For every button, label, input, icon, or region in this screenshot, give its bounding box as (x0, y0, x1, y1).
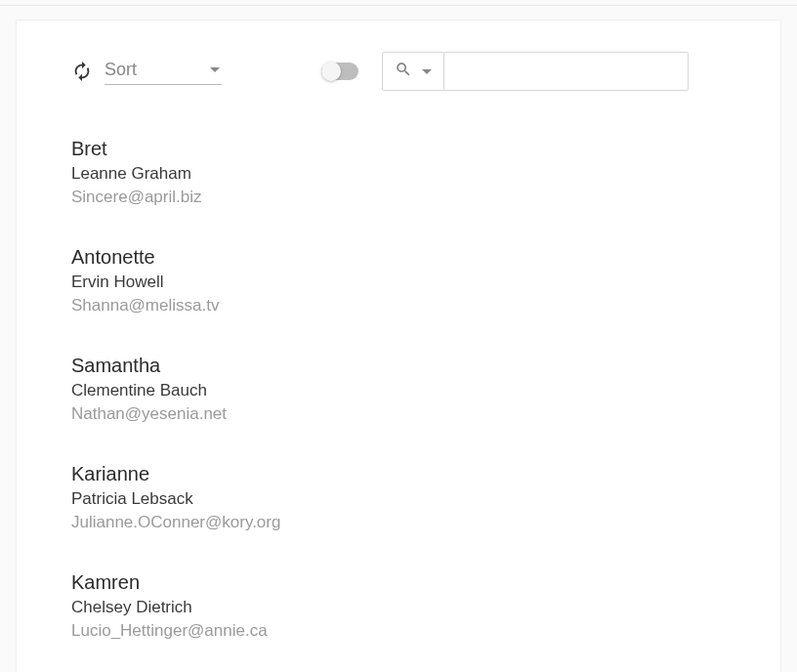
search-field-select[interactable] (382, 52, 444, 91)
user-username: Samantha (71, 355, 726, 377)
user-name: Leanne Graham (71, 164, 726, 184)
list-item[interactable]: Bret Leanne Graham Sincere@april.biz (71, 138, 726, 207)
refresh-icon[interactable] (71, 61, 93, 82)
user-name: Ervin Howell (71, 273, 726, 292)
chevron-down-icon (210, 67, 220, 72)
list-item[interactable]: Kamren Chelsey Dietrich Lucio_Hettinger@… (71, 571, 726, 641)
chevron-down-icon (422, 69, 432, 74)
list-item[interactable]: Samantha Clementine Bauch Nathan@yesenia… (71, 355, 726, 424)
user-list: Bret Leanne Graham Sincere@april.biz Ant… (71, 138, 726, 641)
user-name: Clementine Bauch (71, 381, 726, 400)
user-username: Bret (71, 138, 726, 160)
search-group (382, 52, 689, 91)
user-username: Karianne (71, 463, 726, 485)
user-email: Sincere@april.biz (71, 188, 726, 207)
page-divider (0, 5, 797, 6)
sort-label: Sort (105, 60, 137, 80)
user-email: Shanna@melissa.tv (71, 296, 726, 315)
user-email: Lucio_Hettinger@annie.ca (71, 621, 726, 641)
user-username: Antonette (71, 246, 726, 269)
content-card: Sort Bret Leanne Graham Sincere@april.bi… (16, 20, 781, 672)
list-item[interactable]: Karianne Patricia Lebsack Julianne.OConn… (71, 463, 726, 532)
toggle-thumb (321, 62, 341, 81)
user-email: Julianne.OConner@kory.org (71, 513, 726, 532)
sort-select[interactable]: Sort (105, 58, 222, 85)
user-name: Chelsey Dietrich (71, 598, 726, 617)
view-toggle[interactable] (321, 63, 358, 80)
toolbar: Sort (71, 52, 726, 91)
search-icon (395, 61, 412, 82)
user-username: Kamren (71, 571, 726, 594)
user-name: Patricia Lebsack (71, 489, 726, 509)
search-input[interactable] (444, 52, 689, 91)
list-item[interactable]: Antonette Ervin Howell Shanna@melissa.tv (71, 246, 726, 315)
user-email: Nathan@yesenia.net (71, 404, 726, 424)
